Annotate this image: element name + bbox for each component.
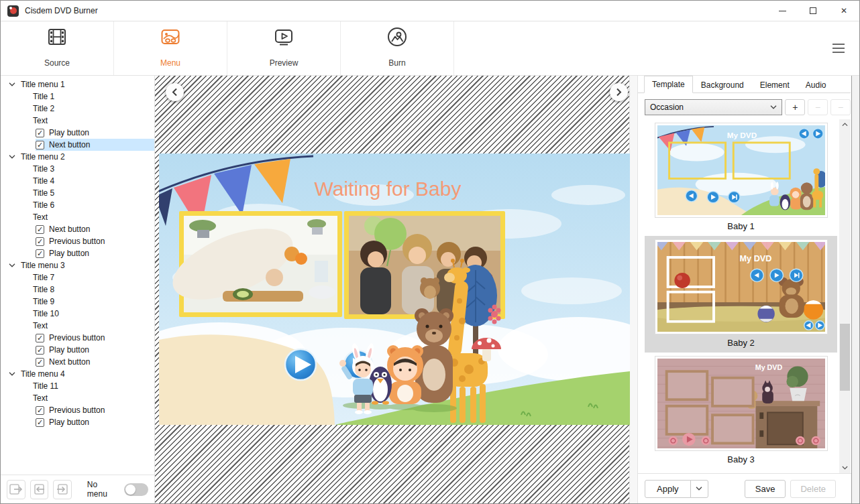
previous-menu-arrow[interactable] <box>166 83 184 101</box>
chevron-down-icon[interactable] <box>9 263 15 267</box>
close-icon: ✕ <box>841 7 847 15</box>
tab-element[interactable]: Element <box>752 76 798 93</box>
template-scrollbar[interactable] <box>839 119 851 473</box>
save-button[interactable]: Save <box>745 480 786 498</box>
tree-item-row[interactable]: ✓Play button <box>1 416 154 428</box>
maximize-button[interactable] <box>798 1 828 21</box>
template-thumbnail[interactable]: My DVD <box>655 123 827 217</box>
tab-background[interactable]: Background <box>693 76 752 93</box>
minimize-icon <box>779 11 786 11</box>
tree-item-row[interactable]: ✓Next button <box>1 139 154 151</box>
tree-item-row[interactable]: Title 6 <box>1 199 154 211</box>
scrollbar-thumb[interactable] <box>840 324 850 391</box>
tree-footer: No menu <box>1 475 154 503</box>
tree-item-label: Text <box>33 212 48 222</box>
chevron-down-icon[interactable] <box>9 372 15 376</box>
tree-item-row[interactable]: Title 11 <box>1 380 154 392</box>
chevron-down-icon[interactable] <box>9 82 15 86</box>
tab-burn-label: Burn <box>388 54 405 70</box>
apply-button[interactable]: Apply <box>645 480 691 498</box>
panel-scrollbar[interactable] <box>851 76 859 503</box>
menu-canvas[interactable]: Waiting for Baby <box>159 153 630 425</box>
checkbox[interactable]: ✓ <box>36 225 44 234</box>
minimize-button[interactable] <box>767 1 798 21</box>
checkbox[interactable]: ✓ <box>36 141 44 149</box>
tree-item-row[interactable]: Title 2 <box>1 103 154 115</box>
tree-item-row[interactable]: ✓Next button <box>1 223 154 235</box>
tree-item-row[interactable]: ✓Play button <box>1 344 154 356</box>
tree-group-row[interactable]: Title menu 3 <box>1 259 154 271</box>
titlebar: Cisdem DVD Burner ✕ <box>1 1 859 21</box>
tree-item-label: Text <box>33 116 48 125</box>
tree-item-label: Title 4 <box>33 176 54 186</box>
chevron-down-icon[interactable] <box>9 155 15 159</box>
menu-hamburger-icon[interactable] <box>832 44 845 53</box>
preview-scrollbar[interactable] <box>629 76 637 503</box>
move-in-button[interactable] <box>53 480 72 499</box>
checkbox[interactable]: ✓ <box>36 346 44 355</box>
checkbox[interactable]: ✓ <box>36 406 44 415</box>
menu-title-text[interactable]: Waiting for Baby <box>315 178 462 200</box>
remove-category-button[interactable]: − <box>808 99 828 115</box>
template-thumbnail[interactable]: My DVD <box>655 240 827 334</box>
template-name: Baby 2 <box>645 334 837 351</box>
chevron-down-icon <box>770 105 777 109</box>
tree-item-row[interactable]: Title 9 <box>1 296 154 308</box>
tree-item-row[interactable]: Text <box>1 320 154 332</box>
play-button[interactable] <box>285 349 316 380</box>
tree-item-row[interactable]: Title 3 <box>1 163 154 175</box>
tab-burn[interactable]: Burn <box>341 21 454 75</box>
move-out-button[interactable] <box>7 480 25 499</box>
tree-item-row[interactable]: ✓Play button <box>1 127 154 139</box>
tree-item-row[interactable]: ✓Previous button <box>1 332 154 344</box>
next-menu-arrow[interactable] <box>610 83 628 101</box>
tree-group-row[interactable]: Title menu 4 <box>1 368 154 380</box>
menu-settings-panel: Template Background Element Audio Occasi… <box>637 76 859 503</box>
tab-menu[interactable]: Menu <box>114 21 227 75</box>
tree-group-row[interactable]: Title menu 2 <box>1 151 154 163</box>
tree-group-label: Title menu 2 <box>21 152 65 162</box>
tree-item-row[interactable]: Title 4 <box>1 175 154 187</box>
no-menu-toggle[interactable] <box>124 483 148 496</box>
template-card[interactable]: My DVDBaby 2 <box>645 236 837 353</box>
tree-item-row[interactable]: Text <box>1 115 154 127</box>
edit-category-button[interactable]: − <box>830 99 851 115</box>
checkbox[interactable]: ✓ <box>36 237 44 246</box>
tree-item-row[interactable]: Title 1 <box>1 90 154 103</box>
close-button[interactable]: ✕ <box>828 1 859 21</box>
tree-item-row[interactable]: ✓Next button <box>1 356 154 368</box>
tab-source[interactable]: Source <box>1 21 114 75</box>
scroll-up-icon[interactable] <box>839 119 851 130</box>
checkbox[interactable]: ✓ <box>36 129 44 137</box>
add-category-button[interactable]: + <box>785 99 805 115</box>
tree-item-row[interactable]: Title 7 <box>1 271 154 284</box>
checkbox[interactable]: ✓ <box>36 358 44 367</box>
tree-item-row[interactable]: ✓Play button <box>1 247 154 259</box>
checkbox[interactable]: ✓ <box>36 334 44 342</box>
checkbox[interactable]: ✓ <box>36 418 44 427</box>
template-card[interactable]: My DVDBaby 1 <box>645 119 837 236</box>
photo-frame-1[interactable] <box>163 211 342 317</box>
tab-audio[interactable]: Audio <box>798 76 835 93</box>
tree-item-row[interactable]: Text <box>1 211 154 223</box>
tree-item-row[interactable]: Title 8 <box>1 284 154 296</box>
tree-item-row[interactable]: Title 5 <box>1 187 154 199</box>
category-select[interactable]: Occasion <box>645 99 782 115</box>
apply-dropdown-button[interactable] <box>690 480 708 498</box>
tree-item-row[interactable]: Text <box>1 392 154 404</box>
tab-template[interactable]: Template <box>644 76 693 93</box>
template-name: Baby 3 <box>645 450 837 467</box>
template-thumbnail[interactable]: My DVD <box>655 357 827 450</box>
tree-group-label: Title menu 4 <box>21 369 65 379</box>
move-left-button[interactable] <box>30 480 49 499</box>
tab-preview[interactable]: Preview <box>227 21 341 75</box>
scroll-down-icon[interactable] <box>839 462 851 473</box>
tree-item-label: Previous button <box>49 333 105 342</box>
delete-button[interactable]: Delete <box>790 480 836 498</box>
tree-item-row[interactable]: ✓Previous button <box>1 404 154 416</box>
checkbox[interactable]: ✓ <box>36 249 44 258</box>
tree-group-row[interactable]: Title menu 1 <box>1 78 154 90</box>
tree-item-row[interactable]: Title 10 <box>1 308 154 320</box>
template-card[interactable]: My DVDBaby 3 <box>645 353 837 469</box>
tree-item-row[interactable]: ✓Previous button <box>1 235 154 247</box>
